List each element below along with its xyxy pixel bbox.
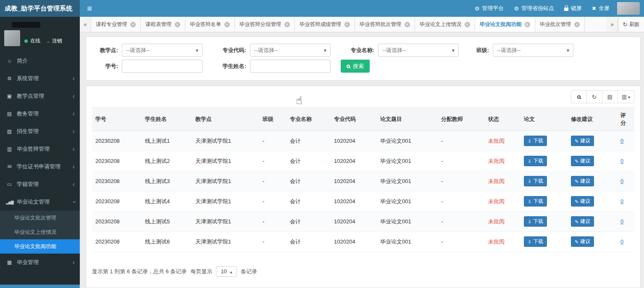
sidebar-toggle-button[interactable]	[80, 0, 99, 17]
columns-button[interactable]	[618, 90, 634, 103]
tab-close-icon[interactable]	[405, 22, 410, 27]
tab[interactable]: 毕业答辩批次管理	[355, 17, 415, 32]
suggest-button-label: 建议	[580, 157, 590, 165]
sidebar-subitem-thesis-review[interactable]: 毕业论文批阅功能	[0, 239, 80, 254]
suggest-button-label: 建议	[580, 137, 590, 144]
sidebar-item-enrollment-mgmt[interactable]: 招生管理	[0, 123, 80, 140]
chevron-left-icon	[73, 128, 75, 135]
tab-label: 课程专业管理	[96, 21, 127, 28]
sidebar-item-label: 教学点管理	[17, 92, 69, 100]
search-button[interactable]: 搜索	[341, 60, 370, 73]
user-avatar[interactable]	[617, 2, 640, 15]
download-button-label: 下载	[533, 178, 543, 185]
tab-close-icon[interactable]	[284, 22, 290, 27]
user-name-redacted	[12, 22, 40, 28]
major-name-select[interactable]: --请选择--	[378, 44, 459, 57]
tab-close-icon[interactable]	[130, 22, 136, 27]
sidebar-item-graduation-mgmt[interactable]: 毕业管理	[0, 254, 80, 271]
sidebar-item-teaching-site-mgmt[interactable]: 教学点管理	[0, 87, 80, 105]
page-size-select[interactable]: 10	[216, 266, 237, 277]
download-button[interactable]: 下载	[524, 136, 547, 146]
suggest-button[interactable]: 建议	[571, 236, 594, 247]
score-link[interactable]: 0	[620, 198, 623, 204]
sidebar-item-academic-mgmt[interactable]: 教务管理	[0, 105, 80, 123]
chevron-down-icon	[324, 47, 326, 53]
edit-icon	[575, 239, 578, 245]
tab-close-icon[interactable]	[344, 22, 350, 27]
app-title[interactable]: 成教_助学平台管理系统	[0, 0, 80, 17]
col-major-name: 专业名称	[287, 108, 331, 131]
score-link[interactable]: 0	[620, 138, 623, 144]
tab-close-icon[interactable]	[175, 22, 180, 27]
cell-major-name: 会计	[287, 232, 331, 252]
major-code-select[interactable]: --请选择--	[250, 44, 331, 57]
download-button[interactable]: 下载	[524, 196, 547, 207]
score-link[interactable]: 0	[620, 218, 623, 225]
suggest-button[interactable]: 建议	[571, 136, 594, 146]
cell-thesis-title: 毕业论文001	[377, 232, 438, 252]
class-select[interactable]: --请选择--	[493, 44, 573, 57]
table-row: 20230208 线上测试1 天津测试学院1 - 会计 1020204 毕业论文…	[92, 131, 634, 151]
suggest-button[interactable]: 建议	[571, 176, 594, 186]
download-button[interactable]: 下载	[524, 176, 547, 186]
page-body: 在线 注销 简介 系统管理 教学点管理	[0, 17, 644, 288]
filter-label-student-id: 学号:	[92, 63, 118, 70]
tab[interactable]: 毕业论文上传情况	[415, 17, 475, 32]
table-row: 20230208 线上测试2 天津测试学院1 - 会计 1020204 毕业论文…	[92, 151, 634, 171]
navbar-action[interactable]: 锁屏	[559, 0, 587, 17]
sidebar-item-intro[interactable]: 简介	[0, 52, 80, 70]
sidebar-subitem-thesis-batch-mgmt[interactable]: 毕业论文批次管理	[0, 211, 80, 225]
col-status: 状态	[485, 108, 520, 131]
teaching-site-select-value: --请选择--	[126, 47, 150, 54]
teaching-site-select[interactable]: --请选择--	[122, 44, 202, 57]
col-major-code: 专业代码	[331, 108, 377, 131]
tab[interactable]: 毕业批次管理	[535, 17, 585, 32]
tab[interactable]: 毕业答辩名单	[185, 17, 235, 32]
sidebar-item-label: 简介	[17, 57, 75, 65]
tabs-scroll-left-button[interactable]	[80, 17, 91, 32]
sidebar-item-thesis-mgmt[interactable]: 毕业论文管理	[0, 193, 80, 211]
cell-status: 未批阅	[485, 171, 520, 191]
col-student-name: 学生姓名	[142, 108, 192, 131]
student-id-input[interactable]	[122, 60, 202, 73]
navbar-action[interactable]: 管理省份站点	[509, 0, 559, 17]
refresh-table-button[interactable]	[586, 90, 602, 103]
download-button[interactable]: 下载	[524, 156, 547, 166]
cell-major-code: 1020204	[331, 131, 377, 151]
tab[interactable]: 毕业答辩成绩管理	[295, 17, 355, 32]
cell-thesis: 下载	[520, 171, 568, 191]
navbar-action[interactable]: 管理平台	[470, 0, 509, 17]
tabs-scroll-right-button[interactable]	[607, 17, 618, 32]
sidebar-item-defense-mgmt[interactable]: 毕业答辩管理	[0, 140, 80, 158]
tab-close-icon[interactable]	[465, 22, 470, 27]
score-link[interactable]: 0	[620, 178, 623, 184]
download-button[interactable]: 下载	[524, 236, 547, 247]
refresh-tab-button[interactable]: 刷新	[618, 17, 644, 32]
results-table: 学号 学生姓名 教学点 班级 专业名称 专业代码 论文题目 分配教师 状态 论文…	[92, 107, 634, 252]
download-button-label: 下载	[533, 218, 543, 225]
sidebar-item-label: 学位证书申请管理	[17, 163, 69, 170]
tab[interactable]: 课程专业管理	[91, 17, 141, 32]
student-name-input[interactable]	[250, 60, 331, 73]
tab[interactable]: 课程表管理	[141, 17, 185, 32]
tab-close-icon[interactable]	[224, 22, 230, 27]
download-button[interactable]: 下载	[524, 216, 547, 227]
cell-thesis: 下载	[520, 232, 568, 252]
toggle-search-button[interactable]	[571, 90, 587, 103]
suggest-button[interactable]: 建议	[571, 156, 594, 166]
sidebar-item-student-status-mgmt[interactable]: 学籍管理	[0, 175, 80, 193]
tab[interactable]: 毕业论文批阅功能	[475, 17, 535, 32]
sidebar-item-degree-cert-mgmt[interactable]: 学位证书申请管理	[0, 158, 80, 175]
score-link[interactable]: 0	[620, 158, 623, 164]
tab[interactable]: 毕业答辩分组管理	[235, 17, 295, 32]
score-link[interactable]: 0	[620, 238, 623, 245]
tab-close-icon[interactable]	[574, 22, 580, 27]
sidebar-subitem-thesis-upload-status[interactable]: 毕业论文上传情况	[0, 225, 80, 239]
navbar-action[interactable]: 全屏	[587, 0, 615, 17]
suggest-button[interactable]: 建议	[571, 216, 594, 227]
suggest-button[interactable]: 建议	[571, 196, 594, 207]
logout-link[interactable]: 注销	[45, 37, 62, 45]
sidebar-item-system-mgmt[interactable]: 系统管理	[0, 70, 80, 87]
tab-close-icon[interactable]	[525, 22, 530, 27]
toggle-view-button[interactable]	[602, 90, 618, 103]
